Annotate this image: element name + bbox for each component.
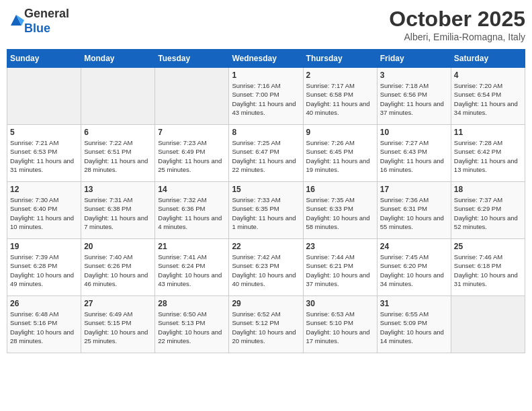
- column-header-monday: Monday: [81, 50, 155, 68]
- day-info: Sunrise: 7:28 AM Sunset: 6:42 PM Dayligh…: [454, 138, 522, 174]
- day-cell: 9Sunrise: 7:26 AM Sunset: 6:45 PM Daylig…: [303, 125, 377, 182]
- day-cell: 20Sunrise: 7:40 AM Sunset: 6:26 PM Dayli…: [81, 239, 155, 296]
- day-cell: 16Sunrise: 7:35 AM Sunset: 6:33 PM Dayli…: [303, 182, 377, 239]
- day-cell: 4Sunrise: 7:20 AM Sunset: 6:54 PM Daylig…: [451, 68, 525, 125]
- day-number: 16: [306, 185, 374, 194]
- day-info: Sunrise: 7:41 AM Sunset: 6:24 PM Dayligh…: [158, 253, 226, 288]
- week-row-1: 1Sunrise: 7:16 AM Sunset: 7:00 PM Daylig…: [7, 68, 525, 125]
- day-info: Sunrise: 7:31 AM Sunset: 6:38 PM Dayligh…: [84, 195, 152, 231]
- day-number: 14: [158, 185, 226, 194]
- day-cell: 27Sunrise: 6:49 AM Sunset: 5:15 PM Dayli…: [81, 296, 155, 353]
- day-number: 27: [84, 299, 152, 308]
- day-info: Sunrise: 6:49 AM Sunset: 5:15 PM Dayligh…: [84, 310, 152, 345]
- day-info: Sunrise: 7:20 AM Sunset: 6:54 PM Dayligh…: [454, 81, 522, 117]
- title-block: October 2025 Alberi, Emilia-Romagna, Ita…: [389, 7, 525, 42]
- day-cell: [451, 296, 525, 353]
- day-cell: 31Sunrise: 6:55 AM Sunset: 5:09 PM Dayli…: [377, 296, 451, 353]
- day-number: 1: [232, 71, 300, 80]
- day-cell: 21Sunrise: 7:41 AM Sunset: 6:24 PM Dayli…: [155, 239, 229, 296]
- day-info: Sunrise: 7:16 AM Sunset: 7:00 PM Dayligh…: [232, 81, 300, 117]
- day-number: 19: [10, 242, 78, 251]
- day-number: 24: [380, 242, 448, 251]
- day-cell: 7Sunrise: 7:23 AM Sunset: 6:49 PM Daylig…: [155, 125, 229, 182]
- logo: General Blue: [7, 7, 69, 36]
- day-info: Sunrise: 7:18 AM Sunset: 6:56 PM Dayligh…: [380, 81, 448, 117]
- day-number: 12: [10, 185, 78, 194]
- logo-general: General: [24, 7, 69, 20]
- day-number: 9: [306, 128, 374, 137]
- day-number: 10: [380, 128, 448, 137]
- day-cell: 28Sunrise: 6:50 AM Sunset: 5:13 PM Dayli…: [155, 296, 229, 353]
- day-number: 18: [454, 185, 522, 194]
- day-info: Sunrise: 6:48 AM Sunset: 5:16 PM Dayligh…: [10, 310, 78, 345]
- day-number: 29: [232, 299, 300, 308]
- day-number: 30: [306, 299, 374, 308]
- day-number: 21: [158, 242, 226, 251]
- day-cell: 22Sunrise: 7:42 AM Sunset: 6:23 PM Dayli…: [229, 239, 303, 296]
- day-cell: 11Sunrise: 7:28 AM Sunset: 6:42 PM Dayli…: [451, 125, 525, 182]
- day-cell: [155, 68, 229, 125]
- week-row-3: 12Sunrise: 7:30 AM Sunset: 6:40 PM Dayli…: [7, 182, 525, 239]
- day-info: Sunrise: 7:46 AM Sunset: 6:18 PM Dayligh…: [454, 253, 522, 288]
- day-cell: 24Sunrise: 7:45 AM Sunset: 6:20 PM Dayli…: [377, 239, 451, 296]
- day-info: Sunrise: 7:25 AM Sunset: 6:47 PM Dayligh…: [232, 138, 300, 174]
- day-cell: 19Sunrise: 7:39 AM Sunset: 6:28 PM Dayli…: [7, 239, 81, 296]
- day-cell: [7, 68, 81, 125]
- day-info: Sunrise: 7:40 AM Sunset: 6:26 PM Dayligh…: [84, 253, 152, 288]
- day-cell: 5Sunrise: 7:21 AM Sunset: 6:53 PM Daylig…: [7, 125, 81, 182]
- day-info: Sunrise: 7:44 AM Sunset: 6:21 PM Dayligh…: [306, 253, 374, 288]
- day-info: Sunrise: 7:17 AM Sunset: 6:58 PM Dayligh…: [306, 81, 374, 117]
- day-info: Sunrise: 7:32 AM Sunset: 6:36 PM Dayligh…: [158, 195, 226, 231]
- day-cell: 3Sunrise: 7:18 AM Sunset: 6:56 PM Daylig…: [377, 68, 451, 125]
- column-header-sunday: Sunday: [7, 50, 81, 68]
- day-cell: 8Sunrise: 7:25 AM Sunset: 6:47 PM Daylig…: [229, 125, 303, 182]
- day-cell: 1Sunrise: 7:16 AM Sunset: 7:00 PM Daylig…: [229, 68, 303, 125]
- day-cell: 14Sunrise: 7:32 AM Sunset: 6:36 PM Dayli…: [155, 182, 229, 239]
- day-info: Sunrise: 6:53 AM Sunset: 5:10 PM Dayligh…: [306, 310, 374, 345]
- day-number: 28: [158, 299, 226, 308]
- day-cell: 29Sunrise: 6:52 AM Sunset: 5:12 PM Dayli…: [229, 296, 303, 353]
- day-number: 11: [454, 128, 522, 137]
- page-header: General Blue October 2025 Alberi, Emilia…: [7, 7, 525, 42]
- day-cell: [81, 68, 155, 125]
- day-number: 25: [454, 242, 522, 251]
- day-cell: 18Sunrise: 7:37 AM Sunset: 6:29 PM Dayli…: [451, 182, 525, 239]
- week-row-2: 5Sunrise: 7:21 AM Sunset: 6:53 PM Daylig…: [7, 125, 525, 182]
- day-cell: 17Sunrise: 7:36 AM Sunset: 6:31 PM Dayli…: [377, 182, 451, 239]
- header-row: SundayMondayTuesdayWednesdayThursdayFrid…: [7, 50, 525, 68]
- column-header-saturday: Saturday: [451, 50, 525, 68]
- logo-icon: [8, 12, 24, 28]
- logo-text: General Blue: [24, 7, 69, 36]
- day-cell: 10Sunrise: 7:27 AM Sunset: 6:43 PM Dayli…: [377, 125, 451, 182]
- location: Alberi, Emilia-Romagna, Italy: [389, 32, 525, 42]
- day-number: 5: [10, 128, 78, 137]
- day-number: 23: [306, 242, 374, 251]
- week-row-5: 26Sunrise: 6:48 AM Sunset: 5:16 PM Dayli…: [7, 296, 525, 353]
- month-title: October 2025: [389, 7, 525, 32]
- day-info: Sunrise: 7:21 AM Sunset: 6:53 PM Dayligh…: [10, 138, 78, 174]
- day-number: 3: [380, 71, 448, 80]
- column-header-tuesday: Tuesday: [155, 50, 229, 68]
- day-info: Sunrise: 7:22 AM Sunset: 6:51 PM Dayligh…: [84, 138, 152, 174]
- day-info: Sunrise: 6:50 AM Sunset: 5:13 PM Dayligh…: [158, 310, 226, 345]
- day-number: 7: [158, 128, 226, 137]
- calendar-table: SundayMondayTuesdayWednesdayThursdayFrid…: [7, 49, 525, 353]
- day-cell: 12Sunrise: 7:30 AM Sunset: 6:40 PM Dayli…: [7, 182, 81, 239]
- column-header-wednesday: Wednesday: [229, 50, 303, 68]
- day-info: Sunrise: 6:52 AM Sunset: 5:12 PM Dayligh…: [232, 310, 300, 345]
- day-info: Sunrise: 6:55 AM Sunset: 5:09 PM Dayligh…: [380, 310, 448, 345]
- day-number: 8: [232, 128, 300, 137]
- day-info: Sunrise: 7:30 AM Sunset: 6:40 PM Dayligh…: [10, 195, 78, 231]
- day-info: Sunrise: 7:35 AM Sunset: 6:33 PM Dayligh…: [306, 195, 374, 231]
- day-info: Sunrise: 7:27 AM Sunset: 6:43 PM Dayligh…: [380, 138, 448, 174]
- day-cell: 13Sunrise: 7:31 AM Sunset: 6:38 PM Dayli…: [81, 182, 155, 239]
- day-number: 31: [380, 299, 448, 308]
- day-cell: 15Sunrise: 7:33 AM Sunset: 6:35 PM Dayli…: [229, 182, 303, 239]
- day-cell: 25Sunrise: 7:46 AM Sunset: 6:18 PM Dayli…: [451, 239, 525, 296]
- day-info: Sunrise: 7:33 AM Sunset: 6:35 PM Dayligh…: [232, 195, 300, 231]
- day-info: Sunrise: 7:26 AM Sunset: 6:45 PM Dayligh…: [306, 138, 374, 174]
- day-number: 6: [84, 128, 152, 137]
- day-number: 15: [232, 185, 300, 194]
- day-number: 4: [454, 71, 522, 80]
- day-number: 20: [84, 242, 152, 251]
